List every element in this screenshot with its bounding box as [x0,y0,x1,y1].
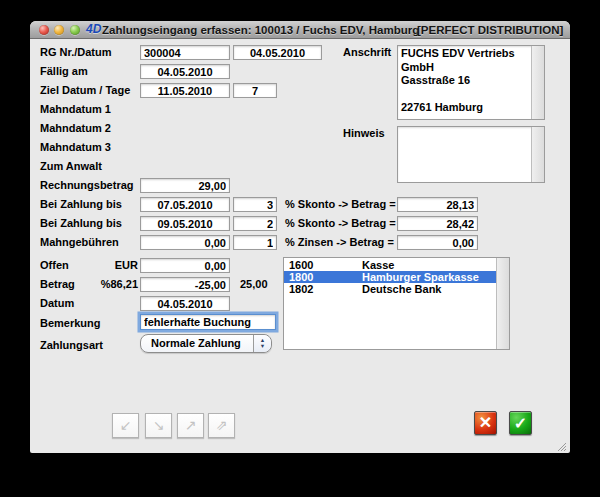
account-number: 1800 [289,271,313,283]
account-row-selected[interactable]: 1800 Hamburger Sparkasse [284,271,509,283]
anschrift-textarea[interactable]: FUCHS EDV Vertriebs GmbH Gasstraße 16 22… [397,45,545,120]
bz1-datum-input[interactable] [140,197,230,212]
last-record-button[interactable]: ⇗ [208,413,235,438]
previous-record-icon: ↘ [153,417,165,433]
zahlungsart-label: Zahlungsart [40,339,103,352]
maximize-icon[interactable] [70,25,80,35]
ziel-datum-tage-label: Ziel Datum / Tage [40,84,130,97]
mahndatum2-label: Mahndatum 2 [40,122,111,135]
zinsen-betrag-label: % Zinsen -> Betrag = [285,236,394,249]
bei-zahlung-bis-2-label: Bei Zahlung bis [40,217,122,230]
betrag-rest-value: 25,00 [240,278,268,291]
desktop-background: 4D Zahlungseingang erfassen: 100013 / Fu… [0,0,600,497]
hinweis-textarea[interactable] [397,126,545,183]
ok-button[interactable]: ✓ [509,411,532,435]
rechnungsbetrag-input[interactable] [140,178,230,193]
mahndatum3-label: Mahndatum 3 [40,141,111,154]
zinsen-betrag-input[interactable] [397,235,478,250]
betrag-label: Betrag [40,278,75,291]
previous-record-button[interactable]: ↘ [145,413,172,438]
rg-datum-input[interactable] [233,45,322,60]
bei-zahlung-bis-1-label: Bei Zahlung bis [40,198,122,211]
window-title-suffix: [PERFECT DISTRIBUTION] [417,24,563,36]
zum-anwalt-label: Zum Anwalt [40,160,102,173]
close-icon[interactable] [39,25,49,35]
account-number: 1802 [289,283,313,295]
ok-check-icon: ✓ [514,415,527,432]
cancel-x-icon: ✕ [479,414,492,431]
minimize-icon[interactable] [54,25,64,35]
zahlungsart-select[interactable]: Normale Zahlung ▲ ▼ [140,334,272,353]
konto-listbox[interactable]: 1600 Kasse 1800 Hamburger Sparkasse 1802… [283,257,510,350]
account-name: Deutsche Bank [362,283,441,295]
first-record-button[interactable]: ↙ [112,413,139,438]
stepper-icon[interactable]: ▲ ▼ [253,335,271,352]
faellig-am-label: Fällig am [40,65,88,78]
datum-label: Datum [40,297,74,310]
4d-app-icon: 4D [86,22,101,36]
bz2-datum-input[interactable] [140,216,230,231]
offen-label: Offen [40,259,69,272]
offen-currency-label: EUR [85,259,138,272]
account-name: Kasse [362,259,394,271]
bemerkung-label: Bemerkung [40,317,101,330]
zahlungsart-value: Normale Zahlung [151,337,241,349]
rg-nr-datum-label: RG Nr./Datum [40,46,112,59]
skonto2-betrag-label: % Skonto -> Betrag = [285,217,396,230]
mahngebuehren-input[interactable] [140,235,230,250]
rechnungsbetrag-label: Rechnungsbetrag [40,179,134,192]
account-row[interactable]: 1600 Kasse [284,259,509,271]
faellig-am-input[interactable] [140,64,230,79]
bz2-prozent-input[interactable] [233,216,277,231]
skonto2-betrag-input[interactable] [397,216,478,231]
account-number: 1600 [289,259,313,271]
last-record-icon: ⇗ [216,417,228,433]
offen-input[interactable] [140,258,230,273]
bz1-prozent-input[interactable] [233,197,277,212]
ziel-datum-input[interactable] [140,83,230,98]
anschrift-scrollbar[interactable] [531,46,544,119]
betrag-prozent-label: %86,21 [85,278,138,291]
mahngebuehren-label: Mahngebühren [40,236,119,249]
hinweis-scrollbar[interactable] [531,127,544,182]
anschrift-text: FUCHS EDV Vertriebs GmbH Gasstraße 16 22… [401,47,530,115]
window-title: Zahlungseingang erfassen: 100013 / Fuchs… [102,24,419,36]
bemerkung-input[interactable] [140,314,276,330]
konto-list-scrollbar[interactable] [496,258,509,349]
skonto1-betrag-input[interactable] [397,197,478,212]
account-name: Hamburger Sparkasse [362,271,479,283]
next-record-icon: ↗ [185,417,197,433]
betrag-input[interactable] [140,277,230,292]
resize-grip-icon[interactable] [555,438,567,450]
stepper-down-icon: ▼ [260,344,265,350]
rg-nr-input[interactable] [140,45,230,60]
ziel-tage-input[interactable] [233,83,277,98]
next-record-button[interactable]: ↗ [177,413,204,438]
account-row[interactable]: 1802 Deutsche Bank [284,283,509,295]
app-window: 4D Zahlungseingang erfassen: 100013 / Fu… [30,21,570,453]
mahndatum1-label: Mahndatum 1 [40,103,111,116]
skonto1-betrag-label: % Skonto -> Betrag = [285,198,396,211]
mahngebuehren-prozent-input[interactable] [233,235,277,250]
first-record-icon: ↙ [120,417,132,433]
titlebar[interactable]: 4D Zahlungseingang erfassen: 100013 / Fu… [30,21,570,39]
hinweis-label: Hinweis [343,127,385,140]
cancel-button[interactable]: ✕ [474,411,497,435]
datum-input[interactable] [140,296,230,311]
anschrift-label: Anschrift [343,46,391,59]
